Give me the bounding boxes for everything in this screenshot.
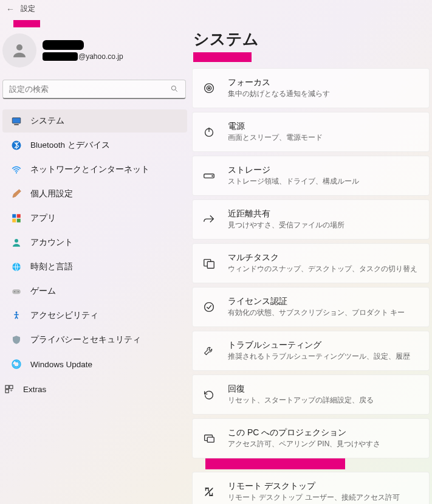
main: システム フォーカス集中の妨げとなる通知を減らす 電源画面とスリープ、電源モード… (190, 18, 432, 504)
card-recovery[interactable]: 回復リセット、スタートアップの詳細設定、戻る (192, 375, 430, 415)
nav-item-label: 個人用設定 (30, 188, 73, 199)
redaction (205, 458, 345, 469)
card-storage[interactable]: ストレージストレージ領域、ドライブ、構成ルール (192, 156, 430, 196)
card-nearby-share[interactable]: 近距離共有見つけやすさ、受信ファイルの場所 (192, 199, 430, 240)
svg-point-32 (205, 303, 214, 312)
nav-item-time-language[interactable]: 時刻と言語 (2, 255, 187, 278)
nav-item-gaming[interactable]: ゲーム (2, 280, 187, 303)
wrench-icon (202, 344, 216, 357)
card-title: この PC へのプロジェクション (228, 427, 380, 438)
svg-point-17 (16, 311, 18, 313)
card-power[interactable]: 電源画面とスリープ、電源モード (192, 112, 430, 152)
redacted-email-prefix (43, 52, 78, 61)
nav-item-network[interactable]: ネットワークとインターネット (2, 158, 187, 181)
shield-icon (11, 334, 22, 345)
svg-point-29 (212, 176, 213, 177)
nav-item-apps[interactable]: アプリ (2, 207, 187, 230)
extras-icon: + (4, 384, 15, 395)
storage-icon (202, 169, 216, 182)
nav: システム Bluetooth とデバイス ネットワークとインターネット 個人用設… (0, 109, 190, 376)
card-title: ライセンス認証 (228, 296, 405, 307)
svg-rect-19 (5, 385, 9, 388)
card-title: 回復 (228, 384, 374, 395)
card-remote-desktop[interactable]: リモート デスクトップリモート デスクトップ ユーザー、接続アクセス許可 (192, 472, 430, 504)
card-title: マルチタスク (228, 252, 417, 263)
nav-item-label: Extras (23, 385, 46, 394)
remote-icon (202, 485, 216, 499)
back-arrow-icon[interactable]: ← (6, 4, 15, 14)
nav-item-label: ゲーム (30, 286, 56, 297)
card-projection[interactable]: この PC へのプロジェクションアクセス許可、ペアリング PIN、見つけやすさ (192, 418, 430, 458)
svg-rect-9 (17, 214, 21, 218)
card-sub: 推奨されるトラブルシューティングツール、設定、履歴 (228, 351, 410, 362)
profile[interactable]: @yahoo.co.jp (0, 29, 190, 72)
card-focus[interactable]: フォーカス集中の妨げとなる通知を減らす (192, 68, 430, 108)
check-icon (202, 300, 216, 314)
sidebar: @yahoo.co.jp システム Bluetooth とデバイス ネットワーク… (0, 18, 190, 504)
search-icon (170, 85, 179, 93)
account-icon (11, 237, 22, 248)
search-input[interactable] (2, 80, 186, 99)
system-icon (11, 116, 22, 126)
nav-item-label: システム (30, 116, 64, 126)
nav-item-personalization[interactable]: 個人用設定 (2, 182, 187, 205)
card-sub: リモート デスクトップ ユーザー、接続アクセス許可 (228, 492, 400, 503)
projection-icon (202, 432, 216, 445)
avatar (2, 33, 36, 67)
svg-point-1 (171, 86, 176, 90)
nav-item-label: ネットワークとインターネット (30, 164, 149, 175)
svg-text:+: + (10, 388, 13, 393)
nav-item-label: アクセシビリティ (30, 310, 98, 321)
card-title: フォーカス (228, 77, 330, 88)
card-sub: ストレージ領域、ドライブ、構成ルール (228, 176, 359, 187)
nav-item-privacy[interactable]: プライバシーとセキュリティ (2, 328, 187, 351)
svg-point-25 (208, 88, 210, 89)
card-multitask[interactable]: マルチタスクウィンドウのスナップ、デスクトップ、タスクの切り替え (192, 243, 430, 283)
svg-line-2 (176, 90, 177, 92)
nav-item-label: プライバシーとセキュリティ (30, 334, 141, 345)
nav-item-extras[interactable]: + Extras (0, 378, 190, 401)
multitask-icon (202, 257, 216, 270)
card-activation[interactable]: ライセンス認証有効化の状態、サブスクリプション、プロダクト キー (192, 287, 430, 327)
nav-item-accessibility[interactable]: アクセシビリティ (2, 304, 187, 327)
nav-item-label: アプリ (30, 213, 56, 224)
svg-rect-34 (207, 437, 214, 442)
svg-rect-14 (12, 289, 21, 294)
card-title: トラブルシューティング (228, 340, 410, 351)
svg-point-15 (14, 291, 15, 292)
brush-icon (11, 188, 22, 199)
svg-rect-21 (5, 390, 9, 393)
card-title: リモート デスクトップ (228, 481, 400, 492)
profile-text: @yahoo.co.jp (43, 40, 123, 61)
email-suffix: @yahoo.co.jp (78, 52, 123, 61)
svg-rect-8 (12, 214, 16, 218)
update-icon (11, 359, 22, 370)
nav-item-system[interactable]: システム (2, 109, 187, 133)
svg-rect-11 (17, 219, 21, 223)
network-icon (11, 164, 22, 175)
nav-item-label: Bluetooth とデバイス (30, 140, 110, 151)
nav-item-label: アカウント (30, 237, 73, 248)
card-sub: リセット、スタートアップの詳細設定、戻る (228, 395, 374, 406)
card-sub: 集中の妨げとなる通知を減らす (228, 89, 330, 99)
redacted-name (43, 40, 84, 50)
redaction (13, 20, 40, 27)
page-title: システム (192, 29, 430, 50)
svg-rect-10 (12, 219, 16, 223)
person-icon (10, 41, 29, 60)
game-icon (11, 286, 22, 297)
card-troubleshoot[interactable]: トラブルシューティング推奨されるトラブルシューティングツール、設定、履歴 (192, 331, 430, 371)
svg-point-0 (16, 44, 22, 50)
share-icon (202, 213, 216, 226)
nav-item-update[interactable]: Windows Update (2, 353, 187, 376)
nav-item-bluetooth[interactable]: Bluetooth とデバイス (2, 134, 187, 157)
redaction (193, 52, 252, 62)
card-sub: アクセス許可、ペアリング PIN、見つけやすさ (228, 439, 380, 449)
card-sub: 有効化の状態、サブスクリプション、プロダクト キー (228, 308, 405, 318)
svg-point-12 (15, 239, 18, 243)
nav-item-accounts[interactable]: アカウント (2, 231, 187, 254)
bluetooth-icon (11, 140, 22, 151)
card-title: 電源 (228, 121, 323, 132)
power-icon (202, 125, 216, 139)
card-sub: 画面とスリープ、電源モード (228, 133, 323, 143)
